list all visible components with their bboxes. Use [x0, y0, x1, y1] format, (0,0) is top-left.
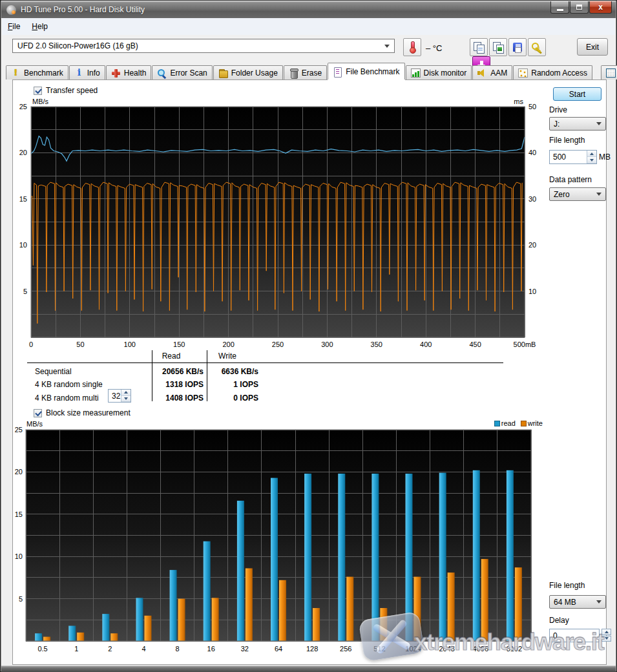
- data-pattern-label: Data pattern: [549, 175, 592, 184]
- svg-text:10: 10: [528, 288, 536, 295]
- folder-usage-icon: [218, 68, 228, 78]
- copy-image-button[interactable]: [489, 38, 507, 56]
- delay-spinner[interactable]: [601, 629, 611, 642]
- tab-info[interactable]: Info: [69, 65, 105, 79]
- row-label-sequential: Sequential: [35, 367, 72, 376]
- drive-select-value: UFD 2.0 Silicon-Power16G (16 gB): [17, 41, 138, 50]
- tab-label: Folder Usage: [231, 68, 278, 78]
- svg-text:32: 32: [241, 645, 249, 653]
- file-length-spinner[interactable]: [587, 151, 596, 163]
- svg-text:5: 5: [19, 595, 23, 603]
- keys-icon: [531, 41, 543, 53]
- row-label-random-single: 4 KB random single: [35, 380, 103, 389]
- svg-text:1024: 1024: [405, 645, 421, 653]
- svg-text:10: 10: [19, 241, 27, 249]
- tab-bar: BenchmarkInfoHealthError ScanFolder Usag…: [6, 64, 611, 79]
- svg-text:128: 128: [306, 645, 318, 653]
- block-size-checkbox[interactable]: [34, 409, 42, 417]
- file-length-input[interactable]: 500: [549, 150, 597, 164]
- tab-error-scan[interactable]: Error Scan: [152, 65, 212, 79]
- drive-letter-value: J:: [554, 120, 559, 129]
- spin-up-icon[interactable]: [601, 629, 611, 635]
- save-icon: [512, 41, 523, 53]
- menu-file[interactable]: File: [2, 19, 26, 34]
- spin-up-icon[interactable]: [121, 390, 131, 396]
- toolbar: UFD 2.0 Silicon-Power16G (16 gB) – °C Ex…: [2, 35, 615, 62]
- random-single-write-value: 1 IOPS: [209, 380, 258, 389]
- drive-select[interactable]: UFD 2.0 Silicon-Power16G (16 gB): [12, 39, 395, 53]
- tab-aam[interactable]: AAM: [472, 65, 512, 79]
- tab-folder-usage[interactable]: Folder Usage: [213, 65, 283, 79]
- tab-erase[interactable]: Erase: [284, 65, 327, 79]
- options-button[interactable]: [528, 38, 546, 56]
- tab-label: AAM: [490, 68, 507, 78]
- minimize-button[interactable]: [550, 1, 569, 14]
- drive-letter-select[interactable]: J:: [549, 117, 606, 131]
- sequential-read-value: 20656 KB/s: [140, 367, 204, 376]
- svg-text:4: 4: [141, 645, 145, 653]
- svg-text:500mB: 500mB: [514, 341, 536, 348]
- svg-text:50: 50: [528, 103, 536, 110]
- svg-text:ms: ms: [514, 98, 523, 105]
- close-button[interactable]: x: [589, 1, 612, 14]
- svg-text:15: 15: [19, 195, 27, 203]
- save-button[interactable]: [508, 38, 527, 56]
- data-pattern-select[interactable]: Zero: [549, 187, 606, 201]
- tab-file-benchmark[interactable]: File Benchmark: [328, 63, 404, 79]
- delay-input[interactable]: 0: [549, 629, 600, 642]
- hd-tune-window: HD Tune Pro 5.00 - Hard Disk Utility x F…: [0, 0, 617, 672]
- tab-disk-monitor[interactable]: Disk monitor: [406, 65, 472, 79]
- svg-text:350: 350: [371, 341, 382, 348]
- transfer-speed-checkbox[interactable]: [34, 87, 42, 95]
- file-length-unit: MB: [599, 152, 611, 162]
- svg-text:50: 50: [76, 341, 84, 348]
- multi-queue-spinner[interactable]: [121, 390, 131, 402]
- menu-help[interactable]: Help: [26, 19, 54, 34]
- tab-label: Erase: [302, 68, 322, 78]
- svg-text:0: 0: [29, 341, 33, 348]
- temperature-button[interactable]: [403, 38, 421, 56]
- svg-text:256: 256: [340, 645, 351, 653]
- copy-image-icon: [492, 41, 504, 53]
- bottom-file-length-select[interactable]: 64 MB: [549, 595, 606, 609]
- app-icon: [6, 5, 16, 15]
- data-pattern-value: Zero: [554, 190, 570, 199]
- delay-label: Delay: [549, 616, 569, 625]
- svg-text:30: 30: [528, 195, 536, 203]
- temperature-value: – °C: [426, 43, 442, 53]
- chevron-down-icon: [384, 45, 390, 48]
- tab-label: Info: [87, 68, 100, 78]
- tab-benchmark[interactable]: Benchmark: [6, 65, 68, 79]
- tab-health[interactable]: Health: [106, 65, 152, 79]
- tab-random-access[interactable]: Random Access: [513, 65, 592, 79]
- tab-label: File Benchmark: [346, 67, 399, 76]
- spin-down-icon[interactable]: [601, 636, 611, 642]
- svg-text:4096: 4096: [473, 645, 488, 653]
- maximize-button[interactable]: [570, 1, 589, 14]
- spin-up-icon[interactable]: [587, 151, 596, 157]
- table-divider: [207, 350, 207, 401]
- bottom-file-length-label: File length: [549, 581, 585, 590]
- svg-text:250: 250: [272, 341, 284, 348]
- random-access-icon: [518, 68, 528, 78]
- svg-text:450: 450: [469, 341, 481, 348]
- minimize-icon: [557, 9, 563, 11]
- multi-queue-input[interactable]: 32: [108, 389, 131, 403]
- row-label-random-multi: 4 KB random multi: [35, 394, 99, 403]
- copy-text-button[interactable]: [470, 38, 488, 56]
- block-size-chart: 2520151050.51248163264128256512102420484…: [14, 418, 552, 656]
- svg-text:2: 2: [108, 645, 112, 653]
- svg-text:8: 8: [176, 645, 180, 653]
- random-multi-read-value: 1408 IOPS: [140, 394, 204, 403]
- tab-extra-tests[interactable]: Extra tests: [601, 65, 617, 79]
- sequential-write-value: 6636 KB/s: [209, 367, 258, 376]
- exit-button[interactable]: Exit: [577, 38, 608, 56]
- svg-text:300: 300: [321, 341, 333, 348]
- spin-down-icon[interactable]: [121, 396, 131, 403]
- start-button[interactable]: Start: [553, 87, 601, 101]
- svg-text:25: 25: [15, 426, 23, 434]
- read-column-header: Read: [142, 352, 200, 361]
- random-single-read-value: 1318 IOPS: [140, 380, 204, 389]
- spin-down-icon[interactable]: [587, 157, 596, 163]
- svg-text:5: 5: [23, 288, 27, 295]
